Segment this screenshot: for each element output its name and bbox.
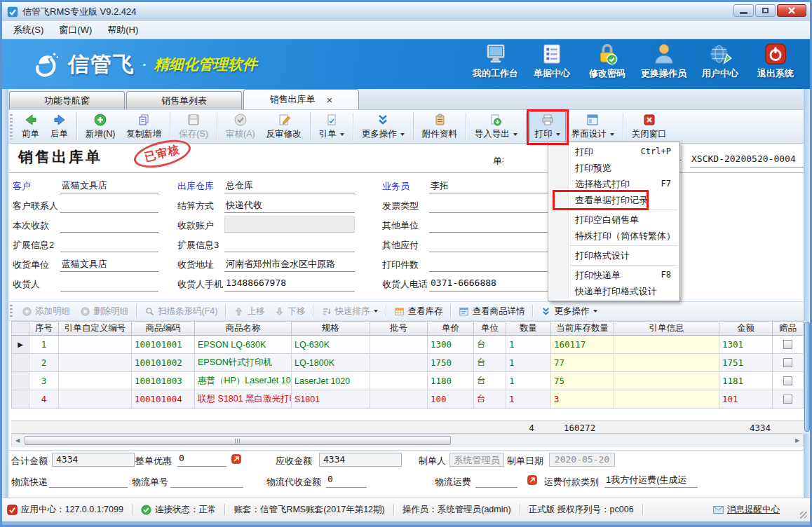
customer-contact-field[interactable]: [60, 197, 158, 213]
cell-stock[interactable]: 160117: [551, 336, 614, 354]
column-header-unit[interactable]: 单位: [474, 321, 506, 336]
column-header-name[interactable]: 商品名称: [195, 321, 292, 336]
cell-code[interactable]: 100101001: [132, 336, 195, 354]
tab-close-icon[interactable]: ×: [327, 95, 333, 105]
menubar-item-window[interactable]: 窗口(W): [51, 22, 100, 39]
cell-ref_info[interactable]: [614, 390, 719, 409]
cell-price[interactable]: 1750: [428, 354, 474, 372]
table-row[interactable]: 4100101004联想 S1801 黑白激光打印机S1801100台13101: [11, 390, 804, 409]
resize-grip[interactable]: [800, 512, 807, 519]
column-header-no[interactable]: 序号: [29, 321, 59, 336]
cell-ref_info[interactable]: [614, 372, 719, 390]
table-row[interactable]: 2100101002EPSON针式打印机LQ-1800K1750台1771751: [11, 354, 804, 372]
receiver-field[interactable]: [60, 275, 158, 292]
next-doc-button[interactable]: 后单: [45, 111, 74, 142]
cell-code[interactable]: 100101002: [132, 354, 195, 372]
cell-ref_info[interactable]: [614, 336, 719, 354]
ui-design-button[interactable]: 界面设计: [566, 111, 620, 142]
cell-amount[interactable]: 1301: [719, 336, 773, 354]
cell-code[interactable]: 100101003: [132, 372, 195, 390]
cell-name[interactable]: 联想 S1801 黑白激光打印机: [195, 390, 292, 409]
cell-stock[interactable]: 3: [551, 390, 614, 409]
menuitem-view-print-records[interactable]: 查看单据打印记录: [548, 192, 679, 208]
column-header-code[interactable]: 商品编码: [132, 321, 195, 336]
gift-checkbox[interactable]: [783, 340, 792, 349]
column-header-batch[interactable]: 批号: [370, 321, 428, 336]
cell-qty[interactable]: 1: [506, 372, 551, 390]
vertical-scrollbar[interactable]: [804, 321, 811, 434]
cell-amount[interactable]: 1751: [719, 354, 773, 372]
copy-new-button[interactable]: 复制新增: [121, 111, 167, 142]
horizontal-scroll-thumb[interactable]: [25, 436, 451, 445]
my-workbench-button[interactable]: 我的工作台: [469, 42, 522, 80]
menuitem-print-preview[interactable]: 打印预览: [548, 160, 679, 176]
cell-batch[interactable]: [370, 336, 428, 354]
cell-gift[interactable]: [773, 390, 804, 409]
print-button[interactable]: 打印: [529, 111, 566, 142]
receiver-company-field[interactable]: 蓝猫文具店: [60, 256, 158, 272]
column-header-ref_no[interactable]: 引单自定义编号: [59, 321, 132, 336]
column-header-spec[interactable]: 规格: [292, 321, 370, 336]
status-message-center[interactable]: 消息提醒中心: [713, 504, 780, 516]
cell-spec[interactable]: S1801: [292, 390, 370, 409]
cell-unit[interactable]: 台: [474, 372, 506, 390]
document-center-button[interactable]: 单据中心: [527, 42, 577, 80]
receiver-mobile-field[interactable]: 13488667978: [224, 275, 355, 292]
cell-unit[interactable]: 台: [474, 354, 506, 372]
order-discount-field[interactable]: 0: [177, 451, 226, 467]
vertical-scroll-thumb[interactable]: [804, 322, 810, 432]
cell-code[interactable]: 100101004: [132, 390, 195, 409]
column-header-price[interactable]: 单价: [428, 321, 474, 336]
menuitem-print-blank-sales[interactable]: 打印空白销售单: [548, 212, 679, 228]
change-password-button[interactable]: 修改密码: [582, 42, 632, 80]
logistics-freight-field[interactable]: [475, 472, 517, 488]
cell-qty[interactable]: 1: [506, 336, 551, 354]
close-button[interactable]: [777, 4, 806, 17]
logistics-cod-amount-field[interactable]: 0: [326, 472, 367, 488]
cell-gift[interactable]: [773, 354, 804, 372]
cell-price[interactable]: 1180: [428, 372, 474, 390]
gift-checkbox[interactable]: [783, 358, 792, 367]
current-receipt-field[interactable]: [60, 217, 158, 233]
menuitem-special-print[interactable]: 特殊打印（简体转繁体）: [548, 228, 679, 244]
menuitem-print-format-design[interactable]: 打印格式设计: [548, 247, 679, 264]
column-header-amount[interactable]: 金额: [719, 321, 773, 336]
table-row[interactable]: ▶1100101001EPSON LQ-630KLQ-630K1300台1160…: [11, 336, 804, 354]
cell-name[interactable]: EPSON LQ-630K: [195, 336, 292, 354]
import-export-button[interactable]: 导入导出: [469, 111, 523, 142]
cell-ref_info[interactable]: [614, 354, 719, 372]
scroll-left-arrow-icon[interactable]: ◀: [13, 437, 22, 445]
cell-unit[interactable]: 台: [474, 390, 506, 409]
switch-operator-button[interactable]: 更换操作员: [637, 42, 690, 80]
menuitem-print[interactable]: 打印Ctrl+P: [548, 144, 679, 160]
close-window-button[interactable]: 关闭窗口: [626, 111, 672, 142]
cell-gift[interactable]: [773, 372, 804, 390]
ext-info2-field[interactable]: [60, 236, 158, 252]
maximize-button[interactable]: [755, 4, 776, 17]
prev-doc-button[interactable]: 前单: [16, 111, 45, 142]
order-discount-calc-button[interactable]: [231, 454, 241, 464]
tab-function-nav[interactable]: 功能导航窗: [9, 91, 125, 109]
customer-field[interactable]: 蓝猫文具店: [60, 177, 158, 193]
total-amount-field[interactable]: 4334: [52, 453, 135, 467]
receipt-account-field[interactable]: [224, 217, 355, 233]
user-center-button[interactable]: 用户中心: [695, 42, 745, 80]
cell-no[interactable]: 1: [29, 336, 59, 354]
cell-qty[interactable]: 1: [506, 390, 551, 409]
settle-method-field[interactable]: 快递代收: [224, 197, 355, 213]
exit-system-button[interactable]: 退出系统: [750, 42, 801, 80]
cell-stock[interactable]: 75: [551, 372, 614, 390]
logistics-no-field[interactable]: [170, 472, 243, 488]
cell-name[interactable]: EPSON针式打印机: [195, 354, 292, 372]
menubar-item-system[interactable]: 系统(S): [6, 22, 51, 39]
add-new-button[interactable]: 新增(N): [80, 111, 121, 142]
cell-amount[interactable]: 1181: [719, 372, 773, 390]
cell-spec[interactable]: LaserJet 1020: [292, 372, 370, 390]
menubar-item-help[interactable]: 帮助(H): [100, 22, 146, 39]
cell-no[interactable]: 2: [29, 354, 59, 372]
doc-no-field[interactable]: XSCKD-20200520-0004: [690, 152, 804, 167]
gift-checkbox[interactable]: [783, 376, 792, 385]
cell-batch[interactable]: [370, 390, 428, 409]
tab-sales-list[interactable]: 销售单列表: [126, 91, 242, 109]
more-actions-button[interactable]: 更多操作: [536, 304, 602, 319]
